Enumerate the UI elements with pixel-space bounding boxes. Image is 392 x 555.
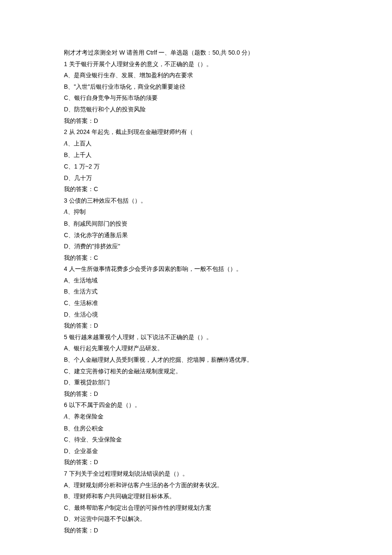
question-stem: 5 银行越来越重视个人理财，以下说法不正确的是（）。 [64, 331, 328, 343]
question-option: B、上千人 [64, 149, 328, 161]
question-option: C、淡化赤字的通胀后果 [64, 230, 328, 241]
question-option: A、抑制 [64, 206, 328, 218]
question-option: C、生活标准 [64, 297, 328, 309]
question-stem: 7 下列关于全过程理财规划说法错误的是（）。 [64, 468, 328, 479]
question-option: D、企业基金 [64, 445, 328, 457]
question-option: C、1 万~2 万 [64, 161, 328, 172]
question-option: B、住房公积金 [64, 423, 328, 434]
question-stem: 4 人一生所做事情花费多少会受许多因素的影响，一般不包括（）。 [64, 263, 328, 275]
my-answer: 我的答案：D [64, 115, 328, 127]
question-option: B、理财师和客户共同确定理财目标体系。 [64, 491, 328, 502]
question-option: B、生活方式 [64, 286, 328, 297]
question-option: A、上百人 [64, 138, 328, 150]
question-option: C、银行自身竞争与开拓市场的须要 [64, 92, 328, 104]
question-option: D、重视贷款部门 [64, 377, 328, 388]
question-stem: 3 公债的三种效应不包括（）。 [64, 195, 328, 206]
question-option: B、削减民间部门的投资 [64, 218, 328, 230]
question-option: D、生活心境 [64, 309, 328, 320]
question-stem: 6 以下不属于四金的是（）。 [64, 399, 328, 411]
question-option: C、最终帮助客户制定出合理的可操作性的理财规划方案 [64, 502, 328, 514]
document-header: 刚才才考过亲测全对 W 请善用 Ctrlf 一、单选题（题数：50,共 50.0… [64, 47, 328, 58]
question-option: C、建立完善修订相关的金融法规制度规定。 [64, 366, 328, 377]
question-stem: 1 关于银行开展个人理财业务的意义，不正确的是（）。 [64, 58, 328, 70]
question-option: C、待业、失业保险金 [64, 434, 328, 445]
my-answer: 我的答案：D [64, 320, 328, 331]
my-answer: 我的答案：D [64, 525, 328, 536]
questions-container: 1 关于银行开展个人理财业务的意义，不正确的是（）。A、是商业银行生存、发展、增… [64, 58, 328, 536]
my-answer: 我的答案：D [64, 388, 328, 400]
my-answer: 我的答案：C [64, 252, 328, 264]
question-option: A、生活地域 [64, 275, 328, 286]
question-option: A、理财规划师分析和评估客户生活的各个方面的财务状况。 [64, 479, 328, 491]
question-option: D、几十万 [64, 172, 328, 184]
question-option: D、防范银行和个人的投资风险 [64, 104, 328, 115]
question-option: A、银行起先重视个人理财产品研发。 [64, 343, 328, 354]
my-answer: 我的答案：C [64, 183, 328, 195]
question-stem: 2 从 2024 年起先，截止到现在金融理财师约有（ [64, 126, 328, 138]
question-option: D、消费的"排挤效应" [64, 241, 328, 252]
question-option: B、个人金融理财人员受到重视，人才的挖掘、挖墙脚，薪酬待遇优厚。 [64, 354, 328, 366]
question-option: A、是商业银行生存、发展、增加盈利的内在要求 [64, 70, 328, 81]
question-option: D、对运营中问题不予以解决。 [64, 513, 328, 525]
question-option: A、养老保险金 [64, 411, 328, 423]
my-answer: 我的答案：D [64, 456, 328, 468]
question-option: B、"入世"后银行业市场化，商业化的重要途径 [64, 81, 328, 93]
